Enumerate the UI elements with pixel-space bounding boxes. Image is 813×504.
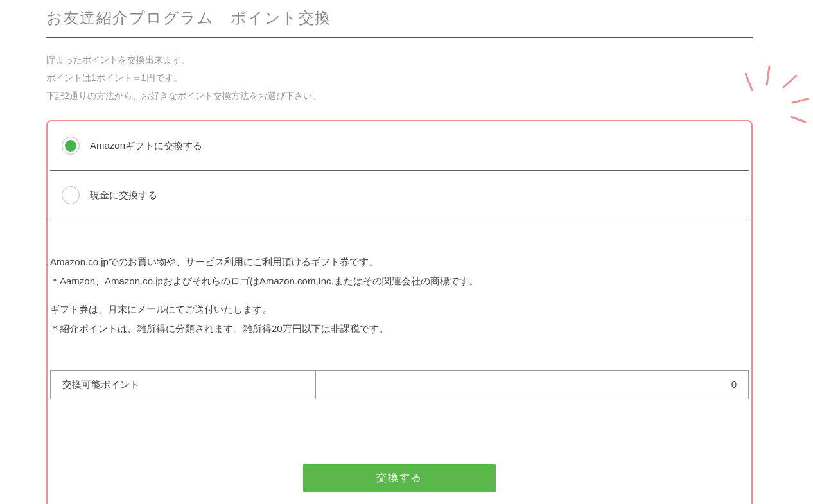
svg-line-3 <box>792 99 808 103</box>
desc-line-3: ギフト券は、月末にメールにてご送付いたします。 <box>50 300 749 319</box>
svg-line-2 <box>783 76 796 87</box>
svg-line-4 <box>791 117 805 122</box>
intro-line-1: 貯まったポイントを交換出来ます。 <box>46 51 753 69</box>
points-label: 交換可能ポイント <box>51 371 316 399</box>
option-amazon-label: Amazonギフトに交換する <box>90 140 202 152</box>
points-table: 交換可能ポイント 0 <box>50 370 749 399</box>
radio-icon-selected <box>62 137 80 155</box>
exchange-button[interactable]: 交換する <box>303 464 496 492</box>
page-title: お友達紹介プログラム ポイント交換 <box>46 8 753 38</box>
option-amazon[interactable]: Amazonギフトに交換する <box>50 133 749 171</box>
radio-icon-unselected <box>62 186 80 204</box>
intro-line-2: ポイントは1ポイント＝1円です。 <box>46 69 753 87</box>
desc-line-2: ＊Aamzon、Amazon.co.jpおよびそれらのロゴはAmazon.com… <box>50 272 749 291</box>
description-block: Amazon.co.jpでのお買い物や、サービス利用にご利用頂けるギフト券です。… <box>48 220 751 338</box>
desc-line-1: Amazon.co.jpでのお買い物や、サービス利用にご利用頂けるギフト券です。 <box>50 252 749 272</box>
exchange-card: Amazonギフトに交換する 現金に交換する Amazon.co.jpでのお買い… <box>46 120 753 504</box>
points-value: 0 <box>316 371 748 399</box>
intro-line-3: 下記2通りの方法から、お好きなポイント交換方法をお選び下さい。 <box>46 87 753 105</box>
option-cash[interactable]: 現金に交換する <box>50 171 749 220</box>
desc-line-4: ＊紹介ポイントは、雑所得に分類されます。雑所得20万円以下は非課税です。 <box>50 319 749 338</box>
svg-line-1 <box>767 67 769 85</box>
option-cash-label: 現金に交換する <box>90 189 157 202</box>
intro-text: 貯まったポイントを交換出来ます。 ポイントは1ポイント＝1円です。 下記2通りの… <box>46 51 753 105</box>
